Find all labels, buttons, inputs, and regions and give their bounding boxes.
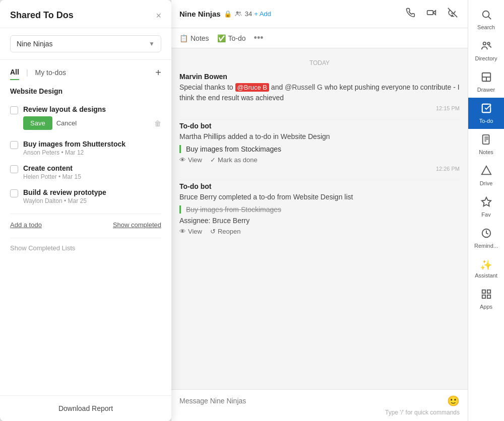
- panel-header: Shared To Dos ×: [0, 0, 171, 28]
- svg-rect-2: [427, 11, 433, 15]
- todo-icon: [481, 103, 492, 116]
- sidebar-item-todo[interactable]: To-do: [468, 98, 504, 129]
- sidebar-item-remind[interactable]: Remind...: [468, 223, 504, 254]
- sidebar-item-directory[interactable]: Directory: [468, 35, 504, 66]
- todo-checkbox-4[interactable]: [10, 189, 18, 197]
- svg-marker-17: [481, 166, 490, 175]
- message-divider: [179, 119, 460, 120]
- bot-time-1: 12:26 PM: [179, 166, 460, 172]
- tab-todo[interactable]: ✅ To-do: [217, 30, 246, 46]
- eye-icon: 👁: [179, 156, 186, 164]
- tab-notes[interactable]: 📋 Notes: [179, 30, 209, 46]
- cancel-button[interactable]: Cancel: [56, 119, 77, 127]
- sidebar-label-drawer: Drawer: [477, 87, 495, 93]
- emoji-button[interactable]: 🙂: [447, 395, 460, 407]
- bottom-links: Add a todo Show completed: [10, 219, 161, 233]
- group-name: Nine Ninjas: [179, 10, 221, 18]
- close-button[interactable]: ×: [156, 11, 161, 20]
- date-separator: TODAY: [179, 59, 460, 66]
- sidebar-label-directory: Directory: [475, 55, 497, 61]
- todo-tab-icon: ✅: [217, 34, 226, 42]
- svg-point-7: [483, 42, 486, 45]
- message-divider-2: [179, 180, 460, 180]
- chat-area: TODAY Marvin Bowen Special thanks to @Br…: [171, 48, 468, 389]
- divider2: [10, 238, 161, 238]
- sidebar-item-search[interactable]: Search: [468, 4, 504, 35]
- download-report-button[interactable]: Download Report: [58, 404, 113, 412]
- message-input[interactable]: [179, 397, 447, 405]
- todo-tab-label: To-do: [228, 34, 246, 42]
- tab-separator: |: [26, 68, 28, 77]
- todo-edit-block: Review layout & designs Save Cancel 🗑: [23, 105, 161, 130]
- list-item: Create content Helen Potter • Mar 15: [10, 160, 161, 184]
- message-time: 12:15 PM: [179, 105, 460, 111]
- star-icon: [481, 196, 492, 210]
- sub-tabs: 📋 Notes ✅ To-do •••: [171, 28, 468, 48]
- show-completed-lists-button[interactable]: Show Completed Lists: [10, 244, 75, 252]
- video-button[interactable]: [424, 6, 438, 22]
- notes-icon: [481, 134, 492, 148]
- sidebar-label-apps: Apps: [480, 304, 492, 310]
- todo-checkbox-1[interactable]: [10, 106, 18, 114]
- mention-highlighted: @Bruce B: [235, 83, 269, 92]
- todo-text-2: Buy images from Shutterstock Anson Peter…: [23, 140, 161, 156]
- todo-meta-2: Anson Peters • Mar 12: [23, 149, 161, 156]
- sidebar-label-search: Search: [477, 24, 495, 30]
- todo-checkbox-2[interactable]: [10, 141, 18, 149]
- notes-tab-label: Notes: [191, 34, 209, 42]
- chat-message: Marvin Bowen Special thanks to @Bruce B …: [179, 73, 460, 111]
- mark-done-button[interactable]: ✓ Mark as done: [210, 156, 258, 164]
- shared-todos-panel: Shared To Dos × Nine Ninjas ▼ All | My t…: [0, 0, 171, 421]
- svg-point-8: [487, 42, 490, 45]
- sidebar-item-notes[interactable]: Notes: [468, 129, 504, 160]
- download-footer: Download Report: [0, 395, 171, 421]
- todo-title-1: Review layout & designs: [23, 105, 161, 113]
- add-members-link[interactable]: + Add: [254, 10, 271, 18]
- reopen-button[interactable]: ↺ Reopen: [210, 228, 241, 235]
- todo-meta-4: Waylon Dalton • Mar 25: [23, 197, 161, 204]
- command-hint: Type '/' for quick commands: [179, 409, 460, 416]
- svg-rect-23: [487, 295, 490, 298]
- add-todo-link[interactable]: Add a todo: [10, 221, 42, 229]
- todo-title-2: Buy images from Shutterstock: [23, 140, 161, 148]
- add-tab-button[interactable]: +: [155, 67, 161, 79]
- todo-text-4: Build & review prototype Waylon Dalton •…: [23, 188, 161, 204]
- sidebar-item-drawer[interactable]: Drawer: [468, 66, 504, 98]
- sidebar-item-apps[interactable]: Apps: [468, 284, 504, 315]
- sidebar-item-fav[interactable]: Fav: [468, 191, 504, 223]
- sidebar-label-remind: Remind...: [474, 243, 498, 249]
- group-dropdown-wrapper: Nine Ninjas ▼: [0, 28, 171, 60]
- panel-title: Shared To Dos: [10, 10, 74, 21]
- sidebar-label-todo: To-do: [479, 118, 493, 124]
- sidebar-item-assistant[interactable]: ✨ Assistant: [468, 254, 504, 284]
- sidebar-label-assistant: Assistant: [475, 272, 497, 278]
- mute-button[interactable]: [446, 6, 460, 22]
- svg-rect-21: [487, 290, 490, 293]
- drawer-icon: [481, 72, 492, 85]
- search-icon: [481, 9, 492, 23]
- more-options-button[interactable]: •••: [254, 33, 264, 43]
- drive-icon: [481, 165, 492, 179]
- dropdown-value: Nine Ninjas: [17, 40, 53, 48]
- todo-ref-2: Buy images from Stockimages: [179, 205, 460, 214]
- top-bar-actions: [403, 6, 460, 22]
- view-button-2[interactable]: 👁 View: [179, 228, 202, 235]
- svg-point-0: [236, 11, 238, 14]
- tab-all[interactable]: All: [10, 65, 19, 80]
- sidebar-item-drive[interactable]: Drive: [468, 160, 504, 191]
- view-button-1[interactable]: 👁 View: [179, 156, 202, 164]
- bot-body-2: Bruce Berry completed a to-do from Websi…: [179, 192, 460, 202]
- remind-icon: [481, 228, 492, 241]
- save-button[interactable]: Save: [23, 116, 52, 130]
- group-dropdown[interactable]: Nine Ninjas ▼: [10, 35, 161, 52]
- tab-my-todos[interactable]: My to-dos: [35, 65, 66, 80]
- sidebar-label-fav: Fav: [481, 212, 490, 218]
- show-completed-link[interactable]: Show completed: [113, 221, 161, 229]
- chevron-down-icon: ▼: [149, 40, 155, 47]
- call-button[interactable]: [403, 6, 417, 22]
- delete-icon[interactable]: 🗑: [154, 119, 161, 127]
- todo-tabs: All | My to-dos +: [0, 60, 171, 80]
- todo-ref-1: Buy images from Stockimages: [179, 145, 460, 153]
- todo-checkbox-3[interactable]: [10, 165, 18, 173]
- section-title: Website Design: [10, 87, 161, 95]
